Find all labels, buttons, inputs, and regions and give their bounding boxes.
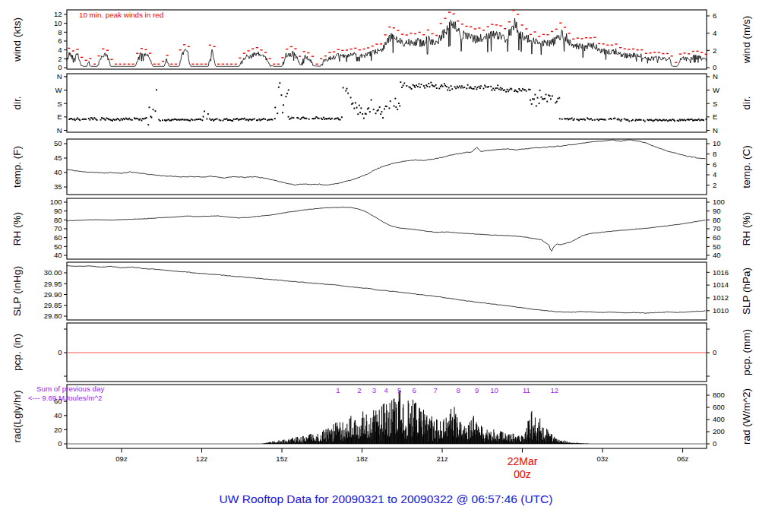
y-tick-label-left: 0	[58, 348, 62, 356]
y-tick-label-left: 6	[58, 36, 62, 45]
y-tick-label-right: 6	[713, 11, 716, 20]
y-tick-label-left: 29.90	[44, 290, 62, 299]
slp-series	[67, 265, 706, 313]
y-tick-label-right: 70	[713, 224, 721, 233]
panel-slp: 29.8029.8529.9029.9530.00101010121014101…	[11, 262, 752, 320]
axis-title-right-wind: wind (m/s)	[741, 16, 752, 64]
y-tick-label-left: 0	[58, 439, 62, 448]
rad-annotation-line2: <--- 9.69 MJoules/m^2	[28, 394, 102, 402]
y-tick-label-left: 100	[50, 198, 62, 206]
y-tick-label-right: 90	[713, 207, 721, 215]
y-tick-label-right: E	[713, 112, 717, 121]
x-tick-label: 21z	[436, 454, 448, 463]
y-tick-label-left: 50	[54, 139, 62, 147]
rad-milestone-label: 3	[372, 386, 376, 394]
panel-pcp: 00pcp. (in)pcp. (mm)	[11, 323, 752, 382]
rad-milestone-label: 7	[434, 386, 438, 394]
x-date-label-line1: 22Mar	[508, 455, 538, 467]
rh-series	[67, 207, 706, 251]
y-tick-label-left: N	[57, 72, 62, 81]
y-tick-label-left: 0	[58, 63, 62, 71]
y-tick-label-left: 70	[54, 224, 62, 233]
axis-title-right-rh: RH (%)	[741, 212, 752, 245]
y-tick-label-right: 40	[713, 251, 721, 259]
axis-title-left-rh: RH (%)	[11, 212, 23, 245]
wind-annotation: 10 min. peak winds in red	[79, 11, 163, 19]
panel-dir: NWSENNWSENdir.dir.	[11, 72, 752, 135]
y-tick-label-right: S	[713, 100, 717, 108]
y-tick-label-left: 30.00	[44, 268, 62, 277]
y-tick-label-right: 600	[713, 403, 725, 411]
rad-milestone-label: 9	[475, 386, 479, 394]
axis-title-right-rad: rad (W/m^2)	[741, 388, 752, 445]
x-tick-label: 06z	[677, 454, 689, 463]
x-tick-label: 03z	[596, 454, 609, 463]
y-tick-label-left: 80	[54, 216, 62, 224]
rad-milestone-label: 4	[384, 386, 388, 394]
rad-milestone-label: 2	[357, 386, 361, 394]
y-tick-label-right: 50	[713, 242, 721, 251]
y-tick-label-right: 2	[713, 46, 716, 55]
y-tick-label-left: 35	[54, 182, 62, 191]
axis-title-right-dir: dir.	[741, 96, 752, 109]
y-tick-label-left: 2	[58, 55, 62, 63]
y-tick-label-left: 90	[54, 207, 62, 215]
dir-scatter	[68, 81, 707, 125]
y-tick-label-right: 2	[713, 181, 716, 189]
y-tick-label-left: 40	[54, 168, 62, 176]
x-tick-label: 15z	[276, 454, 288, 463]
rad-milestone-label: 6	[412, 386, 416, 394]
y-tick-label-right: 1014	[713, 280, 729, 289]
panel-wind: 0246810120246wind (kts)wind (m/s)	[11, 10, 752, 71]
y-tick-label-right: 100	[713, 198, 725, 206]
y-tick-label-right: 4	[713, 170, 716, 179]
axis-title-left-temp: temp. (F)	[11, 146, 23, 188]
y-tick-label-left: 4	[58, 46, 62, 54]
axis-title-right-slp: SLP (hPa)	[741, 268, 752, 315]
rad-milestone-label: 10	[490, 386, 498, 394]
rad-milestone-label: 12	[550, 386, 558, 394]
wind-peak-dashes	[68, 11, 707, 65]
chart-title: UW Rooftop Data for 20090321 to 20090322…	[220, 492, 553, 505]
y-tick-label-left: S	[57, 100, 62, 108]
axis-title-left-dir: dir.	[11, 96, 23, 109]
wind-series	[67, 18, 707, 66]
rad-milestone-label: 11	[523, 386, 530, 394]
y-tick-label-right: 1016	[713, 268, 729, 277]
y-tick-label-left: 12	[54, 10, 62, 18]
y-tick-label-right: 1012	[713, 293, 729, 302]
y-tick-label-left: 20	[54, 426, 62, 434]
x-tick-label: 18z	[356, 454, 368, 463]
y-tick-label-right: W	[713, 86, 719, 94]
axis-title-left-slp: SLP (inHg)	[11, 266, 23, 316]
y-tick-label-right: 200	[713, 427, 725, 435]
y-tick-label-right: 0	[713, 63, 716, 71]
axis-title-left-wind: wind (kts)	[11, 17, 23, 62]
y-tick-label-right: 80	[713, 216, 721, 224]
y-tick-label-right: 8	[713, 150, 716, 158]
axis-title-left-pcp: pcp. (in)	[11, 334, 23, 371]
rad-milestone-label: 8	[456, 386, 460, 394]
x-tick-label: 09z	[115, 454, 128, 463]
y-tick-label-left: E	[57, 112, 62, 121]
y-tick-label-left: 10	[54, 19, 62, 27]
x-axis: 09z12z15z18z21z03z06z22Mar00z	[115, 448, 688, 480]
y-tick-label-right: N	[713, 126, 718, 135]
y-tick-label-right: 60	[713, 233, 721, 242]
rad-series	[68, 391, 706, 444]
y-tick-label-left: 60	[54, 233, 62, 242]
y-tick-label-right: 800	[713, 391, 725, 399]
y-tick-label-left: 45	[54, 154, 62, 162]
y-tick-label-left: 29.95	[44, 280, 62, 288]
y-tick-label-left: 8	[58, 28, 62, 36]
x-date-label-line2: 00z	[514, 468, 531, 480]
weather-dashboard: UW Rooftop Data for 20090321 to 20090322…	[0, 0, 778, 532]
y-tick-label-right: 6	[713, 160, 716, 169]
rad-milestone-label: 5	[397, 386, 401, 394]
rad-annotation-line1: Sum of previous day	[36, 385, 104, 393]
y-tick-label-right: 0	[713, 348, 716, 356]
y-tick-label-left: 50	[54, 242, 62, 251]
rad-milestone-label: 1	[336, 386, 340, 394]
weather-multipanel-plot: UW Rooftop Data for 20090321 to 20090322…	[0, 0, 778, 532]
temp-series	[67, 140, 706, 185]
